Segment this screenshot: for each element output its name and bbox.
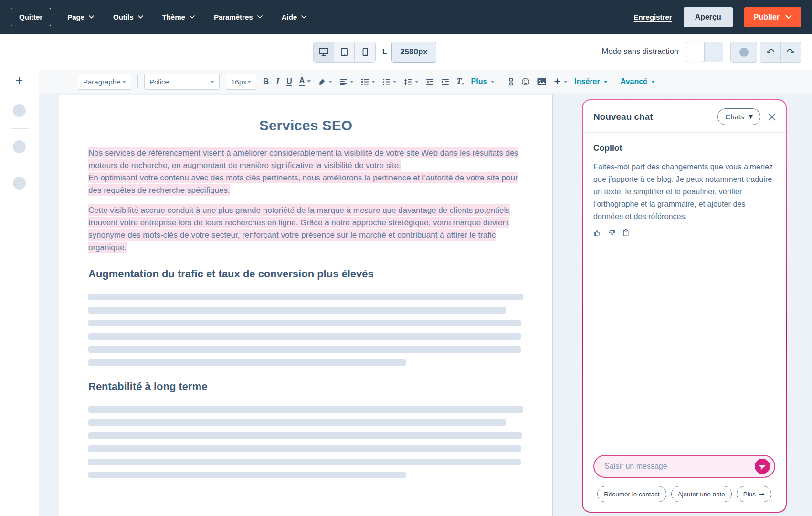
skeleton-bar — [88, 320, 521, 326]
toolbar-divider — [137, 75, 138, 88]
document-title[interactable]: Services SEO — [88, 117, 523, 134]
insert-dropdown[interactable]: Insérer — [574, 77, 607, 86]
skeleton-bar — [88, 307, 506, 314]
copilot-message: Faites-moi part des changements que vous… — [593, 160, 775, 222]
send-message-button[interactable] — [755, 459, 770, 474]
ordered-list-button[interactable] — [382, 77, 397, 86]
chevron-down-icon: ▼ — [749, 114, 753, 119]
module-handle[interactable] — [13, 104, 26, 117]
underline-icon: U — [286, 77, 292, 86]
highlighted-text[interactable]: Cette visibilité accrue conduit à une pl… — [88, 204, 510, 253]
skeleton-bar — [88, 432, 522, 439]
highlighted-text[interactable]: Nos services de référencement visent à a… — [88, 147, 518, 171]
toolbar-divider — [501, 75, 501, 88]
highlighted-text[interactable]: En optimisant votre contenu avec des mot… — [88, 172, 518, 196]
skeleton-bar — [88, 294, 523, 300]
copilot-sender-name: Copilot — [593, 143, 775, 153]
menu-parametres[interactable]: Paramètres — [214, 13, 263, 21]
device-preview-switcher — [313, 42, 376, 63]
publish-label: Publier — [754, 13, 780, 21]
device-mobile-button[interactable] — [355, 42, 375, 62]
add-module-button[interactable]: + — [16, 74, 23, 87]
italic-icon: I — [276, 77, 279, 87]
font-size-select[interactable]: 16px — [226, 74, 256, 90]
menu-aide[interactable]: Aide — [282, 13, 307, 21]
undo-button[interactable]: ↶ — [760, 42, 781, 62]
add-note-button[interactable]: Ajouter une note — [671, 486, 732, 502]
document-heading[interactable]: Augmentation du trafic et taux de conver… — [88, 268, 523, 280]
undo-redo-group: ↶ ↷ — [760, 42, 801, 63]
send-icon — [759, 463, 766, 470]
nav-actions: Enregistrer Aperçu Publier — [634, 7, 801, 27]
advanced-dropdown[interactable]: Avancé — [621, 77, 655, 86]
menu-outils[interactable]: Outils — [113, 13, 143, 21]
message-feedback-row — [593, 229, 775, 237]
chats-dropdown-button[interactable]: Chats ▼ — [717, 108, 760, 125]
module-handle[interactable] — [13, 140, 26, 153]
collaboration-button[interactable] — [730, 42, 757, 63]
copy-message-button[interactable] — [622, 229, 630, 237]
line-height-button[interactable] — [403, 77, 419, 86]
personalization-token-icon — [508, 78, 514, 86]
preview-button[interactable]: Aperçu — [684, 7, 733, 27]
device-desktop-button[interactable] — [314, 42, 334, 62]
viewport-width-input[interactable]: 2580px — [391, 42, 436, 63]
personalization-token-button[interactable] — [507, 77, 515, 87]
emoji-button[interactable] — [521, 76, 530, 87]
clear-formatting-button[interactable]: T× — [456, 75, 464, 87]
document-paragraph[interactable]: Nos services de référencement visent à a… — [88, 147, 523, 196]
bullet-list-button[interactable] — [360, 77, 376, 86]
document-heading[interactable]: Rentabilité à long terme — [88, 380, 523, 393]
thumbs-up-button[interactable] — [593, 229, 601, 237]
ai-assistant-button[interactable] — [553, 77, 568, 87]
chats-dropdown-label: Chats — [725, 113, 744, 121]
document-canvas[interactable]: Services SEO Nos services de référenceme… — [59, 95, 553, 516]
summarize-contact-button[interactable]: Résumer le contact — [597, 486, 666, 502]
menu-page[interactable]: Page — [67, 13, 94, 21]
module-separator — [11, 128, 29, 129]
underline-button[interactable]: U — [286, 76, 293, 87]
quit-button[interactable]: Quitter — [11, 8, 51, 26]
ai-sparkle-icon — [553, 78, 561, 86]
redo-button[interactable]: ↷ — [781, 42, 801, 62]
chevron-down-icon — [257, 15, 263, 19]
chat-body: Copilot Faites-moi part des changements … — [583, 133, 786, 512]
menu-theme[interactable]: Thème — [162, 13, 195, 21]
indent-decrease-button[interactable] — [425, 77, 434, 86]
skeleton-bar — [88, 406, 523, 413]
editor-menus: Page Outils Thème Paramètres Aide — [67, 13, 306, 21]
module-handle[interactable] — [13, 177, 26, 190]
bullet-list-icon — [361, 78, 369, 85]
more-actions-button[interactable]: Plus → — [737, 486, 771, 502]
align-left-icon — [339, 78, 348, 85]
more-formats-dropdown[interactable]: Plus — [471, 77, 495, 86]
more-actions-label: Plus — [743, 491, 756, 498]
document-paragraph[interactable]: Cette visibilité accrue conduit à une pl… — [88, 204, 523, 253]
chevron-down-icon — [211, 81, 214, 83]
align-button[interactable] — [339, 77, 354, 86]
thumbs-down-button[interactable] — [608, 229, 616, 237]
chat-message-input[interactable]: Saisir un message — [593, 455, 775, 478]
bold-button[interactable]: B — [263, 76, 269, 87]
save-link[interactable]: Enregistrer — [634, 13, 672, 21]
close-icon — [768, 113, 776, 121]
font-family-select[interactable]: Police — [144, 74, 220, 90]
font-size-value: 16px — [231, 78, 247, 86]
distraction-mode-toggle[interactable] — [686, 42, 723, 62]
indent-increase-button[interactable] — [441, 77, 450, 86]
copilot-panel-inner: Nouveau chat Chats ▼ Copilot Faites-moi … — [583, 100, 786, 512]
insert-image-button[interactable] — [537, 77, 547, 86]
chevron-down-icon — [785, 15, 792, 19]
font-color-button[interactable]: A — [299, 76, 312, 87]
paragraph-style-select[interactable]: Paragraphe — [78, 74, 131, 90]
chevron-down-icon — [307, 80, 311, 83]
device-tablet-button[interactable] — [334, 42, 355, 62]
publish-button[interactable]: Publier — [744, 7, 801, 27]
copilot-panel: Nouveau chat Chats ▼ Copilot Faites-moi … — [582, 99, 787, 513]
highlight-color-button[interactable] — [317, 77, 333, 87]
italic-button[interactable]: I — [275, 76, 280, 88]
chat-spacer — [593, 237, 775, 455]
mobile-icon — [360, 47, 370, 57]
close-chat-button[interactable] — [768, 113, 776, 121]
indent-increase-icon — [441, 78, 449, 85]
